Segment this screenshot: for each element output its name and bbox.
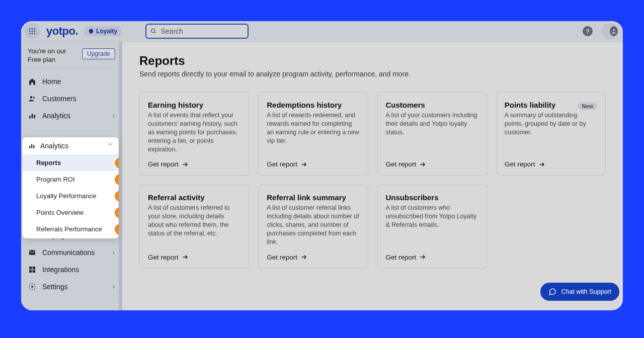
svg-point-6 (29, 33, 31, 34)
svg-point-5 (34, 31, 35, 32)
sidebar-item-label: Home (42, 77, 61, 86)
card-redemptions-history: Redemptions history A list of rewards re… (258, 92, 368, 176)
brand-logo[interactable]: yotpo. (46, 25, 78, 38)
apps-button[interactable] (24, 23, 40, 39)
help-button[interactable]: ? (583, 26, 593, 36)
chevron-right-icon: › (113, 283, 115, 290)
shield-icon (88, 28, 94, 34)
cta-label: Get report (386, 254, 417, 261)
svg-rect-22 (33, 267, 35, 269)
get-report-button[interactable]: Get report (267, 246, 359, 261)
sidebar-item-integrations[interactable]: Integrations (21, 261, 122, 278)
get-report-button[interactable]: Get report (386, 153, 478, 168)
card-unsubscribers: Unsubscribers A list of customers who un… (377, 185, 487, 268)
svg-rect-26 (29, 146, 30, 148)
bar-chart-icon (28, 112, 36, 120)
submenu-item-reports[interactable]: Reports 1 (22, 154, 119, 171)
card-title: Unsubscribers (386, 193, 478, 202)
svg-rect-21 (29, 267, 32, 269)
arrow-right-icon (419, 161, 426, 168)
svg-point-12 (30, 96, 33, 99)
chat-label: Chat with Support (561, 288, 611, 295)
arrow-right-icon (300, 254, 307, 261)
submenu-item-program-roi[interactable]: Program ROI 2 (22, 171, 119, 188)
get-report-button[interactable]: Get report (148, 246, 240, 261)
submenu-item-label: Loyalty Performance (36, 192, 96, 200)
mail-icon (28, 248, 36, 257)
svg-point-3 (29, 31, 31, 32)
card-title: Customers (386, 101, 478, 109)
sidebar-item-label: Settings (42, 283, 68, 291)
plan-banner: You're on our Free plan Upgrade (21, 42, 122, 69)
get-report-button[interactable]: Get report (386, 246, 478, 261)
submenu-item-loyalty-perf[interactable]: Loyalty Performance 3 (22, 188, 119, 204)
analytics-submenu: Analytics ⌃ Reports 1 Program ROI 2 Loya… (22, 137, 119, 238)
svg-point-8 (34, 33, 35, 34)
svg-point-2 (34, 28, 35, 30)
new-badge: New (578, 102, 597, 110)
svg-point-4 (32, 31, 33, 32)
card-desc: A list of your customers including their… (386, 111, 478, 137)
svg-point-11 (613, 29, 615, 31)
puzzle-icon (28, 266, 36, 274)
sidebar-item-home[interactable]: Home (21, 73, 122, 90)
svg-point-7 (32, 33, 33, 34)
annotation-badge-5: 5 (114, 223, 119, 236)
svg-point-1 (32, 28, 33, 30)
arrow-right-icon (182, 161, 189, 168)
card-title: Redemptions history (267, 101, 359, 109)
get-report-button[interactable]: Get report (148, 153, 240, 168)
card-points-liability: Points liability New A summary of outsta… (496, 92, 606, 176)
annotation-badge-1: 1 (114, 156, 119, 170)
cta-label: Get report (148, 160, 179, 168)
submenu-header-label: Analytics (40, 142, 68, 150)
svg-rect-28 (33, 145, 34, 148)
search-input-wrapper[interactable] (145, 24, 249, 39)
submenu-item-label: Reports (36, 159, 61, 166)
sidebar-item-label: Customers (42, 95, 76, 103)
arrow-right-icon (419, 254, 426, 261)
svg-rect-14 (29, 116, 31, 118)
card-customers: Customers A list of your customers inclu… (377, 92, 487, 176)
chat-support-button[interactable]: Chat with Support (540, 283, 619, 301)
cta-label: Get report (386, 160, 417, 168)
account-wrapper[interactable] (602, 23, 618, 39)
svg-point-9 (151, 29, 155, 32)
users-icon (28, 95, 36, 103)
page-title: Reports (139, 54, 606, 68)
card-title: Earning history (148, 101, 240, 109)
sidebar-item-communications[interactable]: Communications › (21, 244, 122, 261)
analytics-submenu-header[interactable]: Analytics ⌃ (22, 137, 119, 154)
submenu-item-label: Program ROI (36, 176, 75, 183)
product-label: Loyalty (96, 28, 117, 35)
sidebar-item-analytics[interactable]: Analytics › (21, 107, 122, 124)
card-desc: A list of customer referral links includ… (267, 204, 359, 246)
svg-line-10 (154, 32, 156, 34)
chat-icon (548, 288, 556, 296)
get-report-button[interactable]: Get report (505, 153, 597, 168)
bar-chart-icon (28, 142, 35, 149)
submenu-item-referrals-perf[interactable]: Referrals Performance 5 (22, 221, 119, 237)
get-report-button[interactable]: Get report (267, 153, 359, 168)
submenu-item-points-overview[interactable]: Points Overview 4 (22, 204, 119, 221)
chevron-right-icon: › (113, 249, 115, 256)
sidebar-item-customers[interactable]: Customers (21, 90, 122, 107)
cta-label: Get report (267, 254, 297, 261)
sidebar-item-label: Analytics (42, 112, 70, 120)
submenu-item-label: Points Overview (36, 209, 84, 216)
card-desc: A list of events that reflect your custo… (148, 111, 240, 153)
sidebar-item-label: Communications (42, 248, 95, 257)
annotation-badge-4: 4 (114, 206, 119, 219)
card-desc: A list of rewards redeemed, and rewards … (267, 111, 359, 145)
cta-label: Get report (148, 254, 179, 261)
card-title: Points liability (505, 101, 556, 109)
sidebar-item-label: Integrations (42, 266, 79, 274)
upgrade-button[interactable]: Upgrade (82, 48, 115, 59)
search-input[interactable] (160, 27, 244, 35)
card-desc: A list of customers referred to your sto… (148, 204, 240, 238)
svg-rect-15 (32, 114, 33, 118)
search-icon (150, 28, 156, 35)
sidebar-item-settings[interactable]: Settings › (21, 278, 122, 295)
annotation-badge-2: 2 (114, 173, 119, 186)
product-badge[interactable]: Loyalty (84, 26, 121, 36)
